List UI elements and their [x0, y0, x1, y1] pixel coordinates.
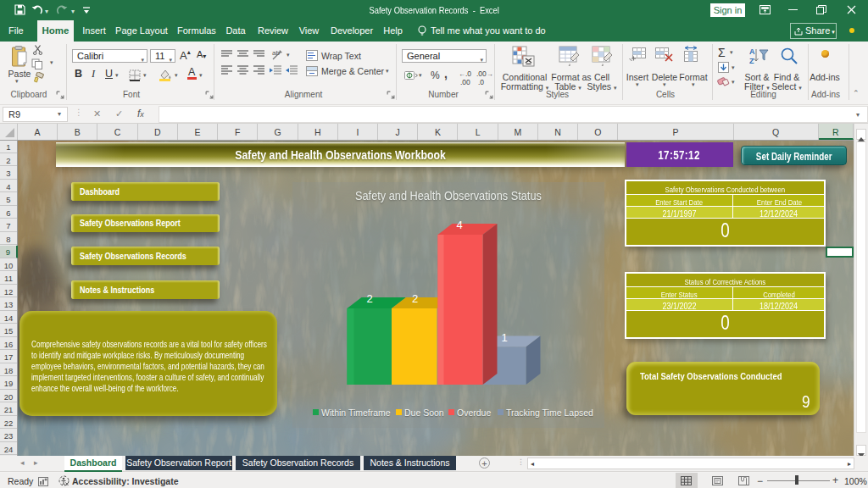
svg-text:ab: ab: [272, 49, 280, 57]
svg-text:2: 2: [366, 292, 372, 305]
svg-text:1: 1: [501, 331, 507, 344]
svg-text:A: A: [749, 47, 755, 56]
svg-text:4: 4: [456, 219, 462, 231]
svg-text:Z: Z: [749, 57, 754, 65]
svg-text:2: 2: [412, 292, 418, 305]
